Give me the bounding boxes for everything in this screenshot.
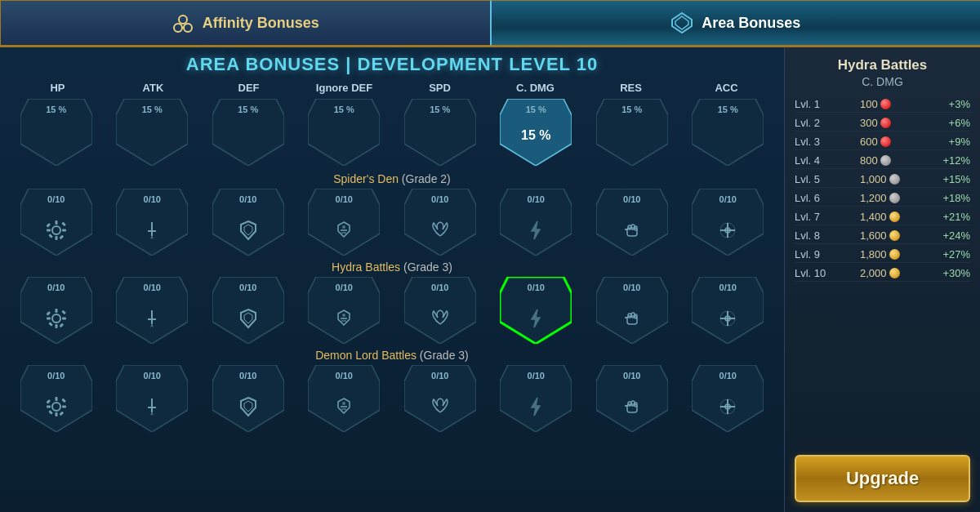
level-bonus: +3% [938,98,970,110]
svg-marker-65 [241,398,256,416]
badge[interactable]: 0/10 [10,365,103,432]
area-icon [670,11,693,34]
badge[interactable]: 15 % [10,99,103,166]
svg-rect-35 [61,310,66,315]
badge[interactable]: 0/10 [298,189,391,256]
badge-row: 0/10 0/10 [10,189,774,256]
affinity-icon [172,11,194,34]
level-row: Lvl. 1 100 +3% [795,96,970,113]
badge[interactable]: 15 % 15 % [490,99,583,166]
badge[interactable]: 15 % [298,99,391,166]
column-header: DEF [201,80,296,96]
svg-rect-60 [48,410,53,415]
level-bonus: +15% [938,173,970,185]
level-bonus: +21% [938,211,970,223]
badge[interactable]: 0/10 [682,189,775,256]
badge[interactable]: 0/10 [106,365,199,432]
svg-marker-68 [532,398,540,416]
badge[interactable]: 0/10 [586,189,679,256]
level-label: Lvl. 7 [795,211,831,223]
badge[interactable]: 0/10 [10,189,103,256]
badge[interactable]: 0/10 [394,189,487,256]
badge[interactable]: 0/10 [394,277,487,344]
badge[interactable]: 0/10 [106,189,199,256]
column-headers: HPATKDEFIgnore DEFSPDC. DMGRESACC [10,80,774,96]
badge[interactable]: 15 % [202,99,295,166]
badge[interactable]: 15 % [106,99,199,166]
gem-icon [889,174,900,185]
level-label: Lvl. 4 [795,154,831,167]
svg-rect-54 [55,397,57,401]
svg-rect-30 [55,309,57,313]
badge[interactable]: 15 % [586,99,679,166]
affinity-tab-label: Affinity Bonuses [203,15,319,32]
level-cost: 2,000 [860,267,909,279]
svg-point-5 [52,226,60,234]
svg-marker-17 [241,221,256,239]
section-spiders-den: Spider's Den (Grade 2) 0/10 0/10 [10,172,774,256]
badge[interactable]: 0/10 [490,189,583,256]
gem-icon [889,211,900,222]
section-title: Spider's Den (Grade 2) [10,172,774,185]
badge[interactable]: 0/10 [10,277,103,344]
svg-rect-8 [47,229,51,232]
svg-rect-31 [55,324,57,328]
level-cost: 1,800 [860,248,909,260]
svg-rect-56 [47,406,51,408]
top-badge-row: 15 % 15 % 15 % [10,99,774,166]
badge[interactable]: 0/10 [682,365,775,432]
level-row: Lvl. 4 800 +12% [795,153,970,169]
badge[interactable]: 0/10 [394,365,487,432]
level-row: Lvl. 8 1,600 +24% [795,228,970,244]
level-label: Lvl. 3 [795,136,831,148]
level-row: Lvl. 7 1,400 +21% [795,209,970,225]
badge[interactable]: 0/10 [202,365,295,432]
level-cost: 100 [860,98,909,110]
column-header: ATK [105,80,201,96]
svg-rect-33 [62,318,66,320]
badge[interactable]: 0/10 [490,277,583,344]
gem-icon [880,99,891,109]
right-panel: Hydra Battles C. DMG Lvl. 1 100 +3% Lvl.… [784,47,980,512]
level-cost: 1,600 [860,229,909,242]
badge[interactable]: 0/10 [202,277,295,344]
badge[interactable]: 0/10 [202,189,295,256]
svg-marker-16 [150,236,154,239]
badge[interactable]: 0/10 [682,277,775,344]
badge[interactable]: 0/10 [298,365,391,432]
level-cost: 600 [860,136,909,148]
badge-row: 0/10 0/10 [10,365,774,432]
svg-rect-36 [48,322,53,327]
gem-icon [880,155,891,166]
svg-marker-18 [244,225,252,235]
svg-rect-59 [61,398,66,403]
badge[interactable]: 15 % [682,99,775,166]
sections-container: Spider's Den (Grade 2) 0/10 0/10 [10,172,774,437]
svg-marker-64 [150,412,154,416]
badge[interactable]: 0/10 [586,277,679,344]
tab-affinity[interactable]: Affinity Bonuses [0,0,490,46]
badge[interactable]: 0/10 [586,365,679,432]
level-label: Lvl. 10 [795,267,831,279]
svg-marker-41 [241,309,256,327]
badge[interactable]: 15 % [394,99,487,166]
level-row: Lvl. 6 1,200 +18% [795,190,970,207]
tab-bar: Affinity Bonuses Area Bonuses [0,0,980,47]
level-label: Lvl. 6 [795,192,831,204]
level-cost: 1,200 [860,192,909,204]
svg-rect-10 [46,223,51,228]
badge[interactable]: 0/10 [298,277,391,344]
svg-rect-7 [55,236,57,240]
section-title: Demon Lord Battles (Grade 3) [10,349,774,362]
level-cost: 800 [860,154,909,167]
area-tab-label: Area Bonuses [702,15,800,32]
page-title: AREA BONUSES | DEVELOPMENT LEVEL 10 [10,54,774,75]
level-bonus: +27% [938,248,970,260]
svg-marker-40 [150,324,154,327]
tab-area[interactable]: Area Bonuses [490,0,981,46]
svg-rect-6 [55,220,57,225]
upgrade-button[interactable]: Upgrade [795,455,970,502]
badge[interactable]: 0/10 [106,277,199,344]
level-row: Lvl. 5 1,000 +15% [795,171,970,188]
badge[interactable]: 0/10 [490,365,583,432]
